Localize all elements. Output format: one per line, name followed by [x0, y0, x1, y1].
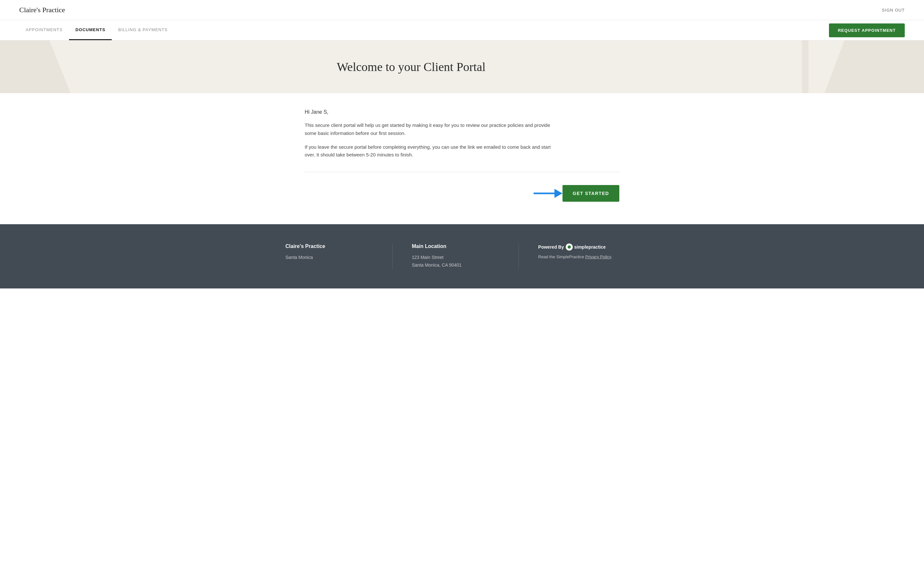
main-nav: APPOINTMENTS DOCUMENTS BILLING & PAYMENT…	[0, 20, 924, 41]
main-content: Hi Jane S, This secure client portal wil…	[0, 93, 924, 224]
shape-right-1	[802, 41, 808, 93]
main-content-inner: Hi Jane S, This secure client portal wil…	[285, 93, 639, 224]
hero-title: Welcome to your Client Portal	[337, 60, 587, 74]
site-footer: Claire's Practice Santa Monica Main Loca…	[0, 224, 924, 288]
nav-billing[interactable]: BILLING & PAYMENTS	[112, 20, 174, 40]
svg-marker-1	[555, 189, 562, 198]
powered-by-label: Powered By	[538, 245, 564, 249]
arrow-icon	[534, 186, 562, 200]
content-divider	[304, 172, 620, 172]
simplepractice-logo: simplepractice	[566, 243, 606, 251]
footer-location-title: Main Location	[412, 243, 500, 249]
greeting-text: Hi Jane S,	[304, 109, 620, 115]
sign-out-button[interactable]: SIGN OUT	[882, 8, 905, 12]
footer-practice-location: Santa Monica	[285, 254, 373, 261]
footer-practice-col: Claire's Practice Santa Monica	[285, 243, 386, 269]
intro-paragraph-1: This secure client portal will help us g…	[304, 122, 561, 138]
footer-powered-col: Powered By simplepractice Read the Simpl…	[525, 243, 639, 269]
sp-logo-icon	[566, 243, 573, 251]
footer-divider-1	[392, 243, 393, 269]
shape-left	[0, 41, 70, 93]
nav-links: APPOINTMENTS DOCUMENTS BILLING & PAYMENT…	[19, 20, 174, 40]
site-logo: Claire's Practice	[19, 6, 65, 14]
get-started-row: GET STARTED	[304, 185, 620, 208]
privacy-text-suffix: .	[611, 254, 612, 259]
privacy-policy-link[interactable]: Privacy Policy	[585, 254, 611, 259]
nav-appointments[interactable]: APPOINTMENTS	[19, 20, 69, 40]
site-header: Claire's Practice SIGN OUT	[0, 0, 924, 20]
hero-banner-inner: Welcome to your Client Portal	[318, 60, 606, 74]
sp-brand-name: simplepractice	[574, 245, 606, 249]
footer-address-line2: Santa Monica, CA 90401	[412, 261, 500, 269]
nav-documents[interactable]: DOCUMENTS	[69, 20, 112, 40]
footer-inner: Claire's Practice Santa Monica Main Loca…	[285, 243, 639, 269]
intro-paragraph-2: If you leave the secure portal before co…	[304, 143, 561, 159]
footer-divider-2	[519, 243, 519, 269]
footer-practice-name: Claire's Practice	[285, 243, 373, 249]
hero-banner: Welcome to your Client Portal	[0, 41, 924, 93]
footer-privacy-row: Read the SimplePractice Privacy Policy.	[538, 254, 626, 259]
footer-location-col: Main Location 123 Main Street Santa Moni…	[399, 243, 512, 269]
get-started-button[interactable]: GET STARTED	[562, 185, 620, 202]
shape-right-2	[825, 41, 924, 93]
footer-powered-row: Powered By simplepractice	[538, 243, 626, 251]
arrow-indicator	[534, 186, 562, 200]
footer-address-line1: 123 Main Street	[412, 254, 500, 261]
request-appointment-button[interactable]: REQUEST APPOINTMENT	[829, 24, 905, 37]
privacy-text-prefix: Read the SimplePractice	[538, 254, 585, 259]
